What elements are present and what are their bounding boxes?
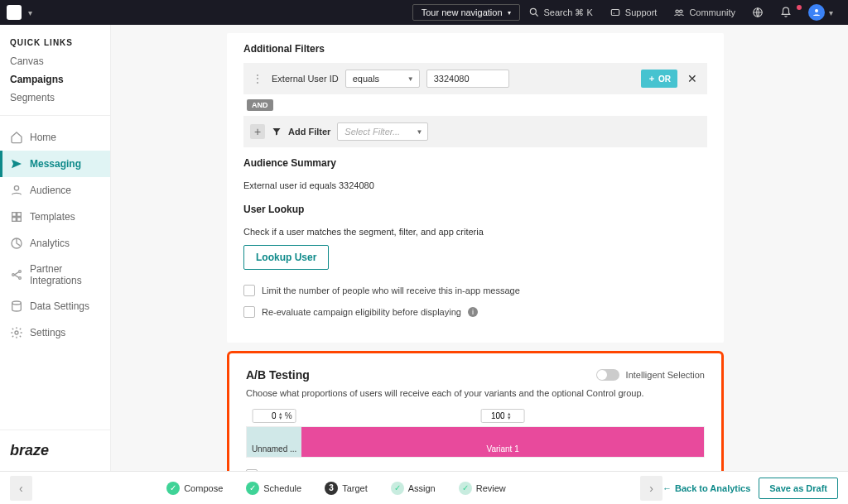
nav-home[interactable]: Home (0, 124, 110, 151)
nav-templates[interactable]: Templates (0, 204, 110, 230)
variant-0-percent-input[interactable]: ▲▼ % (253, 409, 296, 423)
svg-point-3 (676, 10, 679, 13)
chevron-down-icon: ▾ (829, 8, 833, 17)
chevron-down-icon: ▾ (508, 9, 511, 17)
filter-icon (272, 127, 282, 137)
community-icon (673, 7, 685, 18)
partner-icon (10, 268, 23, 281)
and-separator-badge: AND (247, 99, 273, 111)
support-link[interactable]: Support (601, 7, 666, 18)
check-icon: ✓ (246, 482, 259, 495)
svg-point-14 (19, 271, 22, 273)
language-button[interactable] (744, 7, 772, 18)
community-link[interactable]: Community (665, 7, 744, 18)
notifications-button[interactable] (772, 7, 800, 18)
variant-segment-0[interactable]: ▲▼ % Unnamed ... (247, 427, 301, 457)
variants-distribution-bar: ▲▼ % Unnamed ... ▲▼ % Variant 1 (246, 426, 705, 458)
data-icon (10, 300, 23, 313)
messaging-icon (10, 157, 23, 170)
svg-rect-10 (12, 218, 17, 222)
stepper-icon[interactable]: ▲▼ (507, 412, 512, 420)
svg-point-15 (19, 277, 22, 280)
add-or-button[interactable]: ＋ OR (641, 70, 677, 88)
reevaluate-checkbox[interactable] (243, 306, 255, 318)
svg-rect-11 (17, 218, 22, 222)
filter-value-input[interactable]: 3324080 (426, 70, 509, 88)
filter-operator-select[interactable]: equals (345, 70, 420, 88)
top-header: ▾ Tour new navigation ▾ Search ⌘ K Suppo… (0, 0, 848, 25)
select-filter-dropdown[interactable]: Select Filter... (337, 122, 428, 141)
filter-field-label: External User ID (272, 74, 339, 84)
lookup-user-button[interactable]: Lookup User (243, 245, 329, 270)
audience-icon (10, 184, 23, 197)
ab-testing-description: Choose what proportions of users will re… (246, 382, 705, 408)
add-filter-button[interactable]: + (250, 124, 265, 139)
nav-analytics[interactable]: Analytics (0, 230, 110, 257)
brand-logo: braze (10, 442, 100, 459)
quick-links-heading: QUICK LINKS (0, 38, 110, 52)
audience-summary-text: External user id equals 3324080 (243, 177, 707, 194)
variant-1-percent-field[interactable] (485, 411, 505, 420)
variant-segment-1[interactable]: ▲▼ % Variant 1 (301, 427, 704, 457)
next-step-button[interactable]: › (640, 476, 662, 501)
step-number-badge: 3 (325, 482, 338, 495)
stepper-icon[interactable]: ▲▼ (278, 412, 283, 420)
step-schedule[interactable]: ✓ Schedule (246, 482, 301, 495)
settings-icon (10, 326, 23, 339)
nav-data-settings[interactable]: Data Settings (0, 293, 110, 319)
step-target[interactable]: 3 Target (325, 482, 368, 495)
filter-row: ⋮ External User ID equals 3324080 ＋ OR ✕ (243, 63, 707, 94)
quick-link-campaigns[interactable]: Campaigns (0, 70, 110, 89)
svg-rect-9 (17, 213, 22, 217)
control-group-checkbox[interactable] (246, 469, 258, 471)
svg-point-16 (12, 301, 22, 305)
save-as-draft-button[interactable]: Save as Draft (759, 478, 838, 499)
tour-navigation-button[interactable]: Tour new navigation ▾ (412, 4, 520, 21)
reevaluate-checkbox-label: Re-evaluate campaign eligibility before … (262, 307, 461, 317)
svg-rect-2 (611, 10, 619, 16)
prev-step-button[interactable]: ‹ (10, 476, 32, 501)
intelligent-selection-toggle[interactable] (596, 369, 619, 381)
back-to-analytics-button[interactable]: ← Back to Analytics (662, 483, 750, 493)
drag-handle-icon[interactable]: ⋮ (250, 72, 265, 85)
svg-point-0 (530, 8, 536, 14)
arrow-left-icon: ← (662, 483, 672, 493)
nav-partner-integrations[interactable]: Partner Integrations (0, 257, 110, 293)
user-lookup-description: Check if a user matches the segment, fil… (243, 223, 707, 245)
targeting-card: Additional Filters ⋮ External User ID eq… (227, 33, 724, 343)
nav-messaging[interactable]: Messaging (0, 151, 110, 177)
avatar (808, 4, 825, 21)
support-icon (610, 7, 621, 18)
limit-checkbox-label: Limit the number of people who will rece… (262, 286, 520, 295)
quick-link-segments[interactable]: Segments (0, 89, 110, 107)
step-compose[interactable]: ✓ Compose (166, 482, 223, 495)
svg-rect-8 (12, 213, 17, 217)
distribute-evenly-button[interactable]: Distribute Variants Evenly (338, 470, 450, 471)
nav-settings[interactable]: Settings (0, 319, 110, 346)
remove-filter-button[interactable]: ✕ (684, 72, 701, 85)
intelligent-selection-label: Intelligent Selection (626, 370, 705, 380)
quick-link-canvas[interactable]: Canvas (0, 52, 110, 70)
step-review[interactable]: ✓ Review (459, 482, 506, 495)
add-filter-row: + Add Filter Select Filter... (243, 116, 707, 147)
templates-icon (10, 210, 23, 223)
user-menu[interactable]: ▾ (800, 4, 841, 21)
variant-0-percent-field[interactable] (257, 411, 277, 420)
info-icon[interactable]: i (468, 307, 478, 317)
step-assign[interactable]: ✓ Assign (391, 482, 436, 495)
search-icon (528, 7, 540, 18)
limit-checkbox[interactable] (243, 285, 255, 296)
nav-audience[interactable]: Audience (0, 177, 110, 204)
workspace-logo[interactable] (7, 5, 22, 20)
footer-stepper: ‹ ✓ Compose ✓ Schedule 3 Target ✓ Assign… (0, 471, 848, 504)
bell-icon (780, 7, 792, 18)
check-icon: ✓ (459, 482, 472, 495)
variant-0-label: Unnamed ... (248, 444, 300, 457)
main-content: Additional Filters ⋮ External User ID eq… (111, 25, 848, 471)
svg-point-6 (815, 9, 818, 12)
variant-1-label: Variant 1 (483, 444, 522, 457)
sidebar: QUICK LINKS Canvas Campaigns Segments Ho… (0, 25, 111, 471)
search-button[interactable]: Search ⌘ K (520, 7, 601, 18)
variant-1-percent-input[interactable]: ▲▼ % (481, 409, 525, 423)
chevron-down-icon[interactable]: ▾ (28, 8, 32, 17)
